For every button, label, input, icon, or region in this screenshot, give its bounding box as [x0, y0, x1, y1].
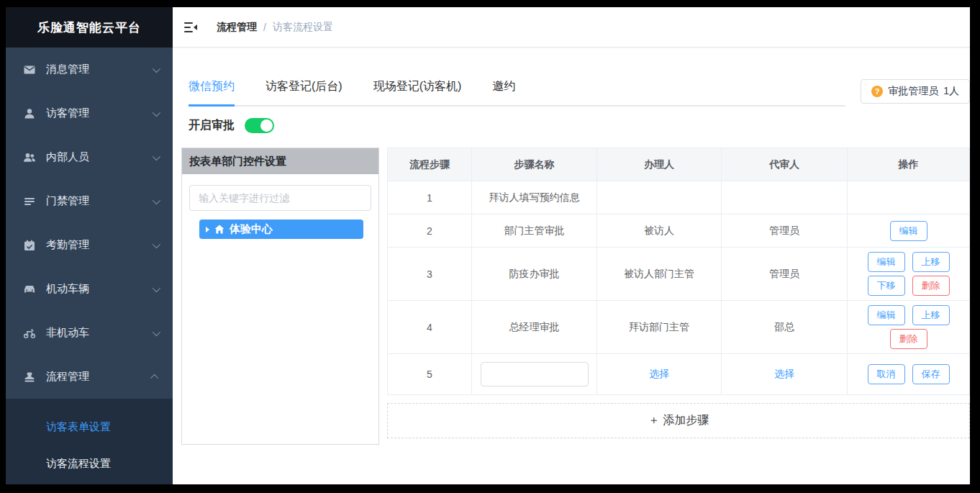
cell-actions: 取消 保存 [848, 354, 970, 395]
bike-icon [23, 327, 36, 340]
edit-button[interactable]: 编辑 [890, 221, 927, 241]
cell-deputy: 邵总 [722, 301, 848, 354]
cell-actions: 编辑 上移 删除 [848, 301, 970, 354]
chevron-down-icon [153, 327, 160, 335]
edit-button[interactable]: 编辑 [868, 252, 905, 272]
approval-admin-badge[interactable]: ? 审批管理员 1人 [861, 79, 970, 104]
cell-step: 4 [388, 301, 472, 354]
column-header-handler: 办理人 [597, 148, 722, 181]
sidebar-item-vehicles[interactable]: 机动车辆 [6, 267, 173, 311]
step-name-input[interactable] [481, 362, 589, 386]
move-up-button[interactable]: 上移 [912, 305, 950, 325]
column-header-step: 流程步骤 [388, 148, 472, 181]
panel-header: 按表单部门控件设置 [182, 148, 378, 174]
save-button[interactable]: 保存 [912, 364, 950, 384]
sidebar-item-label: 流程管理 [46, 370, 89, 384]
approval-toggle-label: 开启审批 [189, 118, 235, 133]
sidebar-item-staff[interactable]: 内部人员 [6, 135, 173, 179]
sidebar-menu: 消息管理 访客管理 内部人员 门禁管理 [6, 48, 173, 399]
app-logo: 乐脸通智能云平台 [6, 7, 173, 48]
sidebar-item-label: 非机动车 [46, 326, 89, 340]
table-row: 1 拜访人填写预约信息 [388, 181, 970, 214]
cell-deputy: 管理员 [722, 248, 848, 301]
edit-button[interactable]: 编辑 [868, 305, 905, 325]
department-control-panel: 按表单部门控件设置 体验中心 [181, 148, 379, 445]
approval-toggle[interactable] [245, 118, 274, 133]
approval-admin-label: 审批管理员 [888, 85, 938, 98]
cell-step: 5 [388, 354, 472, 395]
sidebar-item-label: 消息管理 [46, 63, 89, 76]
sidebar-item-access[interactable]: 门禁管理 [6, 179, 173, 223]
home-icon [214, 225, 224, 234]
topbar: 流程管理 / 访客流程设置 [173, 7, 970, 48]
delete-button[interactable]: 删除 [912, 276, 950, 296]
tab-wechat-booking[interactable]: 微信预约 [189, 79, 235, 107]
cell-handler: 拜访部门主管 [597, 301, 722, 354]
cell-step-name: 总经理审批 [472, 301, 597, 354]
cell-step-name-input [472, 354, 597, 395]
cancel-button[interactable]: 取消 [868, 364, 905, 384]
breadcrumb: 流程管理 / 访客流程设置 [217, 21, 333, 34]
handler-select-link[interactable]: 选择 [649, 368, 669, 379]
caret-right-icon[interactable] [206, 227, 209, 232]
sidebar-item-non-motor[interactable]: 非机动车 [6, 311, 173, 355]
table-header-row: 流程步骤 步骤名称 办理人 代审人 操作 [388, 148, 970, 181]
submenu-item-visitor-form-settings[interactable]: 访客表单设置 [6, 409, 173, 445]
cell-deputy-select: 选择 [722, 354, 848, 395]
table-row: 3 防疫办审批 被访人部门主管 管理员 编辑 上移 下移 删除 [388, 248, 970, 301]
chevron-down-icon [153, 64, 160, 72]
visitor-icon [23, 107, 36, 120]
panel-title: 按表单部门控件设置 [189, 155, 286, 168]
toggle-knob [260, 119, 273, 132]
tab-invitation[interactable]: 邀约 [492, 79, 515, 105]
chevron-up-icon [150, 374, 158, 381]
cell-deputy [722, 181, 848, 214]
sidebar-item-attendance[interactable]: 考勤管理 [6, 223, 173, 267]
move-down-button[interactable]: 下移 [868, 276, 905, 296]
deputy-select-link[interactable]: 选择 [774, 368, 794, 379]
sidebar-item-messages[interactable]: 消息管理 [6, 48, 173, 91]
cell-actions [848, 181, 970, 214]
add-step-label: ＋ 添加步骤 [648, 413, 709, 428]
sidebar-item-process[interactable]: 流程管理 [6, 355, 173, 399]
main-area: 流程管理 / 访客流程设置 微信预约 访客登记(后台) 现场登记(访客机) 邀约… [173, 7, 970, 484]
table-row: 4 总经理审批 拜访部门主管 邵总 编辑 上移 删除 [388, 301, 970, 354]
cell-actions: 编辑 上移 下移 删除 [848, 248, 970, 301]
approval-admin-count: 1人 [943, 85, 959, 98]
tab-visitor-register-backend[interactable]: 访客登记(后台) [266, 79, 342, 105]
submenu-item-visitor-flow-settings[interactable]: 访客流程设置 [6, 445, 173, 482]
panel-body: 体验中心 [182, 174, 378, 250]
cell-step: 2 [388, 214, 472, 248]
sidebar-submenu: 访客表单设置 访客流程设置 [6, 399, 173, 484]
tree-filter-input[interactable] [189, 185, 371, 211]
question-icon: ? [871, 86, 883, 97]
chevron-down-icon [153, 240, 160, 248]
add-step-button[interactable]: ＋ 添加步骤 [387, 403, 970, 438]
move-up-button[interactable]: 上移 [912, 252, 950, 272]
sidebar-item-visitors[interactable]: 访客管理 [6, 91, 173, 135]
chevron-down-icon [153, 196, 160, 204]
delete-button[interactable]: 删除 [890, 329, 927, 349]
process-steps-table: 流程步骤 步骤名称 办理人 代审人 操作 1 拜访人填写预约信息 [387, 148, 970, 445]
table-row-editing: 5 选择 选择 [388, 354, 970, 395]
sidebar-item-label: 考勤管理 [46, 238, 89, 252]
sidebar-collapse-icon[interactable] [183, 19, 199, 35]
tab-onsite-register-kiosk[interactable]: 现场登记(访客机) [373, 79, 462, 105]
app-title: 乐脸通智能云平台 [37, 19, 141, 36]
car-icon [23, 283, 36, 296]
cell-handler-select: 选择 [597, 354, 722, 395]
breadcrumb-item[interactable]: 流程管理 [217, 21, 257, 34]
page-content: 微信预约 访客登记(后台) 现场登记(访客机) 邀约 ? 审批管理员 1人 开启… [173, 48, 970, 484]
breadcrumb-separator: / [263, 22, 266, 33]
tree-node-experience-center[interactable]: 体验中心 [199, 220, 363, 239]
column-header-step-name: 步骤名称 [472, 148, 597, 181]
staff-icon [23, 151, 36, 164]
attendance-icon [23, 239, 36, 252]
cell-step-name: 拜访人填写预约信息 [472, 181, 597, 214]
chevron-down-icon [153, 284, 160, 291]
column-header-deputy: 代审人 [722, 148, 848, 181]
chevron-down-icon [153, 152, 160, 160]
cell-deputy: 管理员 [722, 214, 848, 248]
cell-handler [597, 181, 722, 214]
cell-handler: 被访人 [597, 214, 722, 248]
